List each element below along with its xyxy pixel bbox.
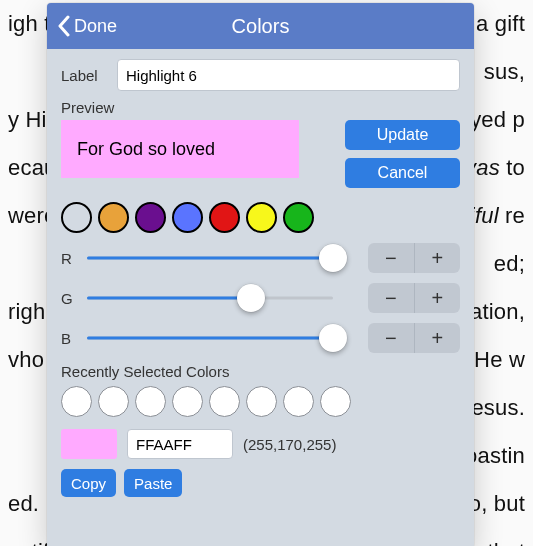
stepper-r-minus[interactable]: −	[368, 243, 414, 273]
slider-row-b: B−+	[61, 323, 460, 353]
slider-r[interactable]	[87, 244, 333, 272]
palette-row	[61, 202, 460, 233]
recent-swatch[interactable]	[61, 386, 92, 417]
recent-swatch[interactable]	[246, 386, 277, 417]
stepper-g-minus[interactable]: −	[368, 283, 414, 313]
recent-swatch[interactable]	[172, 386, 203, 417]
recent-swatch[interactable]	[98, 386, 129, 417]
recent-row	[61, 386, 460, 417]
palette-swatch-blue[interactable]	[172, 202, 203, 233]
hex-input[interactable]	[127, 429, 233, 459]
done-label: Done	[74, 16, 117, 37]
slider-row-g: G−+	[61, 283, 460, 313]
stepper-g-plus[interactable]: +	[415, 283, 461, 313]
palette-swatch-orange[interactable]	[98, 202, 129, 233]
slider-label-b: B	[61, 330, 77, 347]
recent-swatch[interactable]	[283, 386, 314, 417]
recent-caption: Recently Selected Colors	[61, 363, 460, 380]
recent-swatch[interactable]	[209, 386, 240, 417]
done-button[interactable]: Done	[47, 3, 127, 49]
stepper-b-plus[interactable]: +	[415, 323, 461, 353]
slider-label-g: G	[61, 290, 77, 307]
stepper-r: −+	[368, 243, 460, 273]
paste-button[interactable]: Paste	[124, 469, 182, 497]
preview-caption: Preview	[61, 99, 460, 116]
slider-g[interactable]	[87, 284, 333, 312]
recent-swatch[interactable]	[320, 386, 351, 417]
palette-swatch-none[interactable]	[61, 202, 92, 233]
stepper-r-plus[interactable]: +	[415, 243, 461, 273]
stepper-b-minus[interactable]: −	[368, 323, 414, 353]
label-caption: Label	[61, 67, 117, 84]
palette-swatch-purple[interactable]	[135, 202, 166, 233]
preview-text: For God so loved	[77, 139, 215, 160]
preview-box: For God so loved	[61, 120, 299, 178]
colors-panel: Done Colors Label Preview For God so lov…	[47, 3, 474, 546]
current-swatch	[61, 429, 117, 459]
slider-row-r: R−+	[61, 243, 460, 273]
slider-label-r: R	[61, 250, 77, 267]
update-button[interactable]: Update	[345, 120, 460, 150]
copy-button[interactable]: Copy	[61, 469, 116, 497]
palette-swatch-yellow[interactable]	[246, 202, 277, 233]
label-input[interactable]	[117, 59, 460, 91]
slider-b[interactable]	[87, 324, 333, 352]
stepper-g: −+	[368, 283, 460, 313]
recent-swatch[interactable]	[135, 386, 166, 417]
cancel-button[interactable]: Cancel	[345, 158, 460, 188]
titlebar: Done Colors	[47, 3, 474, 49]
rgb-readout: (255,170,255)	[243, 436, 336, 453]
chevron-left-icon	[57, 15, 70, 37]
palette-swatch-red[interactable]	[209, 202, 240, 233]
palette-swatch-green[interactable]	[283, 202, 314, 233]
stepper-b: −+	[368, 323, 460, 353]
